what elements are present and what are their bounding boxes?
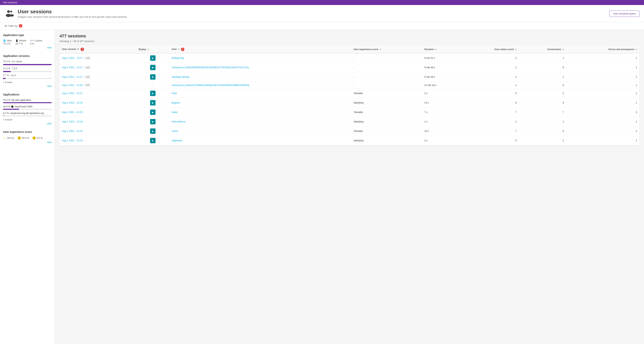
cell-replay: ▶	[136, 117, 170, 127]
globe-icon: 🌐	[3, 39, 6, 42]
cell-ux-score: Tolerable	[351, 108, 422, 117]
cell-conversions: 7	[519, 108, 566, 117]
session-link[interactable]: Aug 4, 2021 – 21:17	[62, 66, 83, 69]
col-session[interactable]: User session ▼ 3	[60, 46, 136, 53]
cell-duration: 5 min 41 s	[422, 53, 460, 63]
cell-errors: 1	[566, 117, 640, 127]
cell-session: Aug 4, 2021 – 21:17 LIVE	[60, 53, 136, 63]
sidebar: Application type 🌐 Web 75.3 % 📱 Mobile 2…	[0, 30, 55, 344]
ux-tolerable: 😐 60.8 %	[17, 136, 29, 140]
cell-user: Paris	[170, 89, 351, 98]
col-user[interactable]: User ⇅ 2	[170, 46, 351, 53]
version-3-bar	[3, 78, 6, 79]
cell-ux-score: Satisfying	[351, 117, 422, 127]
live-badge: LIVE	[84, 76, 91, 79]
replay-button[interactable]: ▶	[150, 65, 156, 70]
apps-more-link[interactable]: + 9 more	[3, 118, 52, 121]
session-link[interactable]: Aug 4, 2021 – 21:16	[62, 120, 83, 123]
replay-button[interactable]: ▶	[150, 91, 156, 96]
user-link[interactable]: Zurich	[172, 130, 178, 132]
cell-ux-score: -	[351, 53, 422, 63]
cell-ux-score: Tolerable	[351, 89, 422, 98]
svg-point-3	[10, 14, 14, 17]
replay-button[interactable]: ▶	[150, 55, 156, 61]
app-2-bar	[3, 109, 19, 110]
session-link[interactable]: Aug 4, 2021 – 21:16	[62, 101, 83, 104]
cell-session: Aug 4, 2021 – 21:02 LIVE	[60, 82, 136, 89]
code-icon: </>	[30, 39, 33, 42]
user-link[interactable]: Valparaiso	[172, 139, 182, 142]
version-3-percent: 3.7 %	[3, 74, 9, 77]
cell-duration: 7 s	[422, 108, 460, 117]
cell-session: Aug 4, 2021 – 21:16	[60, 108, 136, 117]
table-container: 477 sessions Showing 1 - 50 of 477 sessi…	[55, 30, 644, 344]
cell-conversions: 2	[519, 136, 566, 145]
session-link[interactable]: Aug 4, 2021 – 21:17	[62, 92, 83, 95]
user-link[interactable]: Sierra Blanca	[172, 120, 186, 123]
cell-ux-score: -	[351, 63, 422, 72]
apps-view-link[interactable]: view	[3, 122, 52, 125]
tolerable-percent: 60.8 %	[22, 137, 29, 139]
app-versions-section: Application versions 75.3 % (no value) 1…	[3, 54, 52, 88]
session-link[interactable]: Aug 4, 2021 – 21:15	[62, 130, 83, 132]
replay-button[interactable]: ▶	[150, 128, 156, 134]
user-link[interactable]: Paris	[172, 92, 177, 95]
cell-replay: ▶	[136, 98, 170, 108]
query-button[interactable]: User sessions query	[609, 11, 640, 17]
cell-duration: 2 s	[422, 136, 460, 145]
session-link[interactable]: Aug 4, 2021 – 21:02	[62, 84, 83, 87]
user-link[interactable]: Kabul	[172, 111, 178, 114]
replay-button[interactable]: ▶	[150, 74, 156, 80]
replay-button[interactable]: ▶	[150, 110, 156, 115]
replay-button[interactable]: ▶	[150, 100, 156, 106]
frustrated-icon: 😟	[32, 136, 36, 140]
col-replay[interactable]: Replay ⇅	[136, 46, 170, 53]
session-link[interactable]: Aug 4, 2021 – 21:17	[62, 57, 83, 59]
cell-session: Aug 4, 2021 – 21:17 LIVE	[60, 63, 136, 72]
col-action-count[interactable]: User action count ⇅	[460, 46, 519, 53]
version-item-3: 3.7 % 3.5.4	[3, 74, 52, 79]
user-link[interactable]: Bugojno	[172, 101, 180, 104]
cell-action-count: 1	[460, 63, 519, 72]
svg-point-1	[10, 11, 12, 13]
cell-duration: 21 min 18 s	[422, 82, 460, 89]
satisfied-icon: ☺	[3, 136, 6, 140]
cell-conversions: 0	[519, 63, 566, 72]
cell-replay: ▶	[136, 127, 170, 136]
session-link[interactable]: Aug 4, 2021 – 21:16	[62, 111, 83, 114]
cell-errors: 1	[566, 53, 640, 63]
cell-action-count: 7	[460, 108, 519, 117]
table-row: Aug 4, 2021 – 21:17 LIVE ▶ Saratoga Spri…	[60, 72, 640, 82]
ux-view-link[interactable]: view	[3, 141, 52, 144]
versions-more-link[interactable]: + 6 more	[3, 81, 52, 84]
version-1-percent: 75.3 %	[3, 60, 10, 63]
svg-point-0	[7, 10, 10, 13]
main-content: Application type 🌐 Web 75.3 % 📱 Mobile 2…	[0, 30, 644, 344]
version-item-2: 12.3 % 7.9.8	[3, 67, 52, 72]
cell-replay: ▶	[136, 63, 170, 72]
app-type-view-link[interactable]: view	[3, 46, 52, 49]
user-link[interactable]: Anonymous (16281046556048OOKAE004B11FT8P…	[172, 66, 249, 69]
col-errors[interactable]: Errors and annoyances ⇅	[566, 46, 640, 53]
col-duration[interactable]: Duration ⇅	[422, 46, 460, 53]
session-link[interactable]: Aug 4, 2021 – 21:15	[62, 139, 83, 142]
replay-button[interactable]: ▶	[150, 138, 156, 143]
user-link[interactable]: Saratoga Springs	[172, 76, 190, 78]
page-header-left: User sessions Analyze user sessions from…	[4, 9, 128, 19]
app-3-percent: 0.1 %	[3, 112, 9, 115]
version-3-label: 3.5.4	[10, 74, 16, 77]
version-1-bar	[3, 64, 52, 65]
user-filter-badge: 2	[181, 48, 184, 51]
replay-button[interactable]: ▶	[150, 119, 156, 124]
mobile-percent: 24.7 %	[16, 43, 26, 45]
app-2-name: easyTravel CWS	[15, 105, 32, 108]
user-link[interactable]: Bodega Bay	[172, 57, 184, 59]
frustrated-percent: 9.4 %	[37, 137, 43, 139]
col-ux-score[interactable]: User experience score ⇅	[351, 46, 422, 53]
user-link[interactable]: Anonymous (1628103723998JA2NOQAJNHTJ22HG…	[172, 84, 249, 87]
versions-view-link[interactable]: view	[3, 85, 52, 88]
session-link[interactable]: Aug 4, 2021 – 21:17	[62, 76, 83, 78]
col-conversions[interactable]: Conversions ⇅	[519, 46, 566, 53]
version-1-label: (no value)	[12, 60, 22, 63]
top-bar-label: User sessions	[3, 1, 17, 4]
